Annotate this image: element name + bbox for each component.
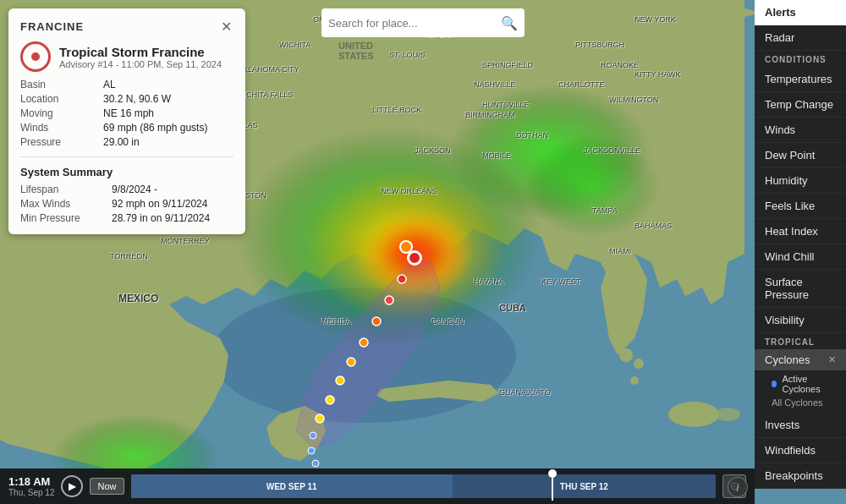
- system-summary-grid: Lifespan 9/8/2024 - Max Winds 92 mph on …: [20, 184, 233, 224]
- active-cyclones-dot: [772, 381, 777, 387]
- cyclones-close-icon[interactable]: ✕: [828, 354, 836, 365]
- city-label-newyork: NEW YORK: [634, 15, 676, 24]
- city-label-havana: HAVANA: [474, 277, 504, 286]
- basin-value: AL: [103, 79, 233, 90]
- svg-point-5: [634, 359, 644, 369]
- timeline-bar: 1:18 AM Thu, Sep 12 ▶ Now WED SEP 11 THU…: [0, 468, 755, 504]
- storm-name-block: Tropical Storm Francine Advisory #14 - 1…: [59, 45, 222, 69]
- city-label-springfield: SPRINGFIELD: [482, 61, 533, 69]
- visibility-item[interactable]: Visibility: [755, 308, 846, 333]
- storm-icon: [20, 41, 51, 72]
- city-label-kittyhawk: KITTY HAWK: [634, 70, 681, 79]
- cyclones-label: Cyclones: [765, 353, 810, 366]
- info-button[interactable]: i: [728, 477, 748, 497]
- storm-name: Tropical Storm Francine: [59, 45, 222, 59]
- lifespan-value: 9/8/2024 -: [112, 184, 233, 195]
- time-display: 1:18 AM Thu, Sep 12: [8, 475, 54, 497]
- city-label-guanajuato: GUANAJUATO: [499, 388, 551, 397]
- svg-point-32: [308, 447, 315, 454]
- minpressure-value: 28.79 in on 9/11/2024: [112, 212, 233, 224]
- radar-item[interactable]: Radar: [755, 25, 846, 51]
- city-label-huntsville: HUNTSVILLE: [482, 101, 530, 109]
- country-label-usa: UNITEDSTATES: [338, 41, 374, 61]
- time-value: 1:18 AM: [8, 475, 54, 488]
- search-input[interactable]: [328, 17, 501, 30]
- surface-pressure-item[interactable]: Surface Pressure: [755, 270, 846, 308]
- svg-point-25: [372, 317, 381, 326]
- alerts-item[interactable]: Alerts: [755, 0, 846, 25]
- svg-point-6: [630, 376, 639, 385]
- panel-header: FRANCINE ✕: [20, 19, 233, 35]
- minpressure-label: Min Pressure: [20, 212, 105, 224]
- svg-point-4: [619, 348, 633, 362]
- svg-point-31: [310, 432, 316, 439]
- city-label-keywest: KEY WEST: [541, 277, 580, 286]
- city-label-miami: MIAMI: [609, 247, 631, 255]
- now-button[interactable]: Now: [90, 478, 124, 495]
- dew-point-item[interactable]: Dew Point: [755, 143, 846, 168]
- lifespan-label: Lifespan: [20, 184, 105, 195]
- svg-point-35: [409, 252, 420, 264]
- windfields-item[interactable]: Windfields: [755, 438, 846, 463]
- svg-point-24: [385, 296, 393, 304]
- moving-label: Moving: [20, 107, 96, 119]
- active-cyclones-label: Active Cyclones: [782, 374, 836, 394]
- winds-label: Winds: [20, 122, 96, 134]
- svg-point-26: [360, 338, 368, 347]
- winds-item[interactable]: Winds: [755, 118, 846, 143]
- location-label: Location: [20, 93, 96, 105]
- search-icon: 🔍: [501, 15, 518, 31]
- panel-title-row: FRANCINE: [20, 20, 84, 33]
- winds-value: 69 mph (86 mph gusts): [103, 122, 233, 134]
- city-label-wilmington: WILMINGTON: [609, 96, 658, 104]
- city-label-dothan: DOTHAN: [516, 131, 548, 140]
- city-label-nashville: NASHVILLE: [474, 80, 516, 89]
- heat-index-item[interactable]: Heat Index: [755, 219, 846, 244]
- moving-value: NE 16 mph: [103, 107, 233, 119]
- wind-chill-item[interactable]: Wind Chill: [755, 244, 846, 270]
- city-label-pittsburgh: PITTSBURGH: [575, 41, 624, 49]
- storm-info-panel: FRANCINE ✕ Tropical Storm Francine Advis…: [8, 8, 245, 234]
- play-button[interactable]: ▶: [61, 475, 83, 497]
- invests-item[interactable]: Invests: [755, 413, 846, 438]
- svg-point-28: [336, 376, 344, 385]
- temp-change-item[interactable]: Temp Change: [755, 92, 846, 118]
- date-value: Thu, Sep 12: [8, 488, 54, 497]
- all-cyclones-item[interactable]: All Cyclones: [755, 396, 846, 413]
- svg-point-3: [715, 408, 740, 421]
- pressure-value: 29.00 in: [103, 136, 233, 148]
- city-label-merida: MÉRIDA: [321, 317, 351, 326]
- city-label-torreon: TORRÉON: [110, 252, 148, 260]
- svg-point-33: [312, 460, 319, 467]
- city-label-littlerock: LITTLE ROCK: [372, 106, 421, 114]
- storm-panel-title: FRANCINE: [20, 20, 84, 33]
- svg-point-27: [347, 358, 355, 366]
- city-label-birmingham: BIRMINGHAM: [465, 111, 515, 119]
- active-cyclones-item[interactable]: Active Cyclones: [755, 370, 846, 396]
- temperatures-item[interactable]: Temperatures: [755, 67, 846, 92]
- city-label-roanoke: ROANOKE: [601, 61, 639, 69]
- tropical-section-label: TROPICAL: [755, 333, 846, 349]
- city-label-monterrey: MONTERREY: [161, 237, 210, 245]
- feels-like-item[interactable]: Feels Like: [755, 194, 846, 219]
- city-label-charlotte: CHARLOTTE: [558, 80, 605, 89]
- svg-point-30: [316, 414, 324, 423]
- cyclones-item[interactable]: Cyclones ✕: [755, 349, 846, 370]
- right-sidebar: Alerts Radar CONDITIONS Temperatures Tem…: [755, 0, 846, 489]
- maxwinds-label: Max Winds: [20, 198, 105, 210]
- maxwinds-value: 92 mph on 9/11/2024: [112, 198, 233, 210]
- city-label-jacksonville: JACKSONVILLE: [584, 146, 640, 155]
- humidity-item[interactable]: Humidity: [755, 168, 846, 194]
- svg-point-34: [400, 241, 412, 253]
- svg-point-2: [668, 402, 719, 427]
- search-bar: 🔍: [321, 8, 525, 37]
- breakpoints-item[interactable]: Breakpoints: [755, 463, 846, 489]
- close-button[interactable]: ✕: [219, 19, 233, 35]
- city-label-stlouis: ST. LOUIS: [389, 51, 426, 59]
- system-summary-title: System Summary: [20, 166, 233, 178]
- city-label-tampa: TAMPA: [592, 206, 618, 215]
- timeline-track[interactable]: WED SEP 11 THU SEP 12: [131, 474, 717, 498]
- basin-label: Basin: [20, 79, 96, 90]
- city-label-cuba: CUBA: [499, 303, 526, 313]
- conditions-section-label: CONDITIONS: [755, 51, 846, 67]
